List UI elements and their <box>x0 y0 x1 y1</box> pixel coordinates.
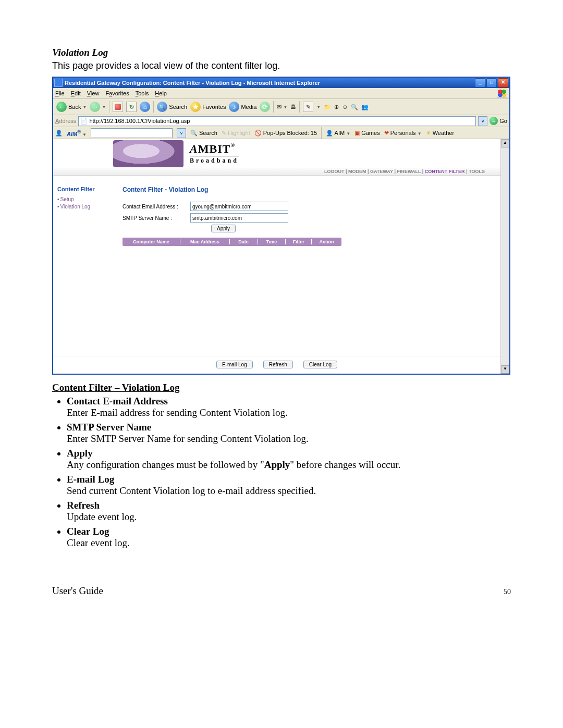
heart-icon: ❤ <box>384 130 389 136</box>
sidenav-violation-log[interactable]: Violation Log <box>57 204 117 209</box>
mail-button[interactable]: ✉▼ <box>277 104 287 110</box>
aim-weather[interactable]: ☀ Weather <box>426 130 454 137</box>
brand-logo: AMBIT® Broadband <box>190 142 239 165</box>
nav-tools[interactable]: TOOLS <box>469 169 485 174</box>
stop-button[interactable] <box>113 102 123 112</box>
smtp-input[interactable] <box>190 213 288 223</box>
menu-file[interactable]: FFileile <box>55 90 65 96</box>
clear-log-button[interactable]: Clear Log <box>303 361 337 368</box>
aim-games[interactable]: ▣ Games <box>354 130 380 137</box>
history-button[interactable]: ⟳ <box>260 102 270 112</box>
nav-gateway[interactable]: GATEWAY <box>370 169 393 174</box>
toolbar-extra-2[interactable]: ☺ <box>342 104 348 110</box>
globe-icon: ⊕ <box>334 104 339 110</box>
menu-edit[interactable]: Edit <box>71 90 81 96</box>
main-panel: Content Filter - Violation Log Contact E… <box>117 176 500 356</box>
vertical-scrollbar[interactable]: ▲ ▼ <box>500 139 509 374</box>
doc-item-list: Contact E-mail Address Enter E-mail addr… <box>54 396 511 549</box>
discuss-button[interactable]: 📁 <box>324 104 331 110</box>
home-icon: ⌂ <box>140 102 150 112</box>
print-icon: 🖶 <box>290 104 296 110</box>
forward-button[interactable]: → ▼ <box>90 102 106 112</box>
close-button[interactable]: ✕ <box>498 78 508 88</box>
smtp-label: SMTP Server Name : <box>123 215 190 221</box>
toolbar-extra-4[interactable]: 👥 <box>361 104 369 110</box>
sun-icon: ☀ <box>426 130 431 136</box>
aim-logo[interactable]: AIM® ▼ <box>67 129 87 137</box>
footer-page-number: 50 <box>504 588 511 596</box>
minimize-button[interactable]: _ <box>475 78 485 88</box>
menu-favorites[interactable]: Favorites <box>105 90 129 96</box>
email-log-button[interactable]: E-mail Log <box>216 361 253 368</box>
aim-highlight-button[interactable]: ✎ Highlight <box>222 130 250 137</box>
menu-view[interactable]: View <box>87 90 100 96</box>
toolbar-extra-3[interactable]: 🔍 <box>351 104 358 110</box>
browser-window: Residential Gateway Configuration: Conte… <box>52 77 510 375</box>
window-title: Residential Gateway Configuration: Conte… <box>65 80 320 86</box>
maximize-button[interactable]: □ <box>486 78 497 88</box>
address-url: http://192.168.100.1/CfViolationLog.asp <box>89 118 190 124</box>
menu-bar: FFileile Edit View Favorites Tools Help <box>53 88 509 99</box>
toolbar: ← Back ▼ → ▼ ↻ ⌂ 🔍Search ★Favorites ♪Med… <box>53 99 509 115</box>
brand-header: AMBIT® Broadband <box>53 139 500 168</box>
scroll-up-icon[interactable]: ▲ <box>501 139 509 147</box>
aim-search-dropdown[interactable]: v <box>177 128 186 138</box>
doc-item-smtp: SMTP Server Name Enter SMTP Server Name … <box>67 422 511 445</box>
toolbar-extra-1[interactable]: ⊕ <box>334 104 339 110</box>
stop-icon <box>115 104 121 110</box>
doc-item-emaillog: E-mail Log Send current Content Violatio… <box>67 474 511 497</box>
back-button[interactable]: ← Back ▼ <box>56 102 87 112</box>
aim-menu[interactable]: 👤 AIM ▼ <box>326 130 350 137</box>
refresh-button[interactable]: ↻ <box>126 102 137 112</box>
refresh-button-panel[interactable]: Refresh <box>263 361 293 368</box>
address-dropdown[interactable]: v <box>478 116 487 126</box>
nav-content-filter[interactable]: CONTENT FILTER <box>425 169 465 174</box>
nav-firewall[interactable]: FIREWALL <box>397 169 421 174</box>
search-button[interactable]: 🔍Search <box>157 102 187 112</box>
doc-item-contact: Contact E-mail Address Enter E-mail addr… <box>67 396 511 418</box>
apply-button[interactable]: Apply <box>211 225 236 232</box>
history-icon: ⟳ <box>260 102 270 112</box>
favorites-button[interactable]: ★Favorites <box>190 102 226 112</box>
sidenav-header: Content Filter <box>57 186 117 192</box>
nav-logout[interactable]: LOGOUT <box>324 169 345 174</box>
folder-icon: 📁 <box>324 104 331 110</box>
person-icon: ☺ <box>342 104 348 110</box>
ie-icon <box>54 79 63 87</box>
aim-search-button[interactable]: 🔍 Search <box>190 130 217 137</box>
col-time: Time <box>258 239 286 244</box>
print-button[interactable]: 🖶 <box>290 104 296 110</box>
col-mac-address: Mac Address <box>180 239 230 244</box>
col-filter: Filter <box>286 239 312 244</box>
aim-popups-button[interactable]: 🚫 Pop-Ups Blocked: 15 <box>254 130 317 137</box>
email-label: Contact Email Address : <box>123 204 190 209</box>
side-nav: Content Filter Setup Violation Log <box>53 176 117 356</box>
magnify-icon: 🔍 <box>351 104 358 110</box>
go-button[interactable]: → Go <box>489 117 507 125</box>
home-button[interactable]: ⌂ <box>140 102 150 112</box>
address-label: Address <box>55 118 76 124</box>
section-intro: This page provides a local view of the c… <box>52 60 511 71</box>
aim-toolbar: 👤 AIM® ▼ v 🔍 Search ✎ Highlight 🚫 Pop-Up… <box>53 127 509 139</box>
col-date: Date <box>230 239 258 244</box>
nav-modem[interactable]: MODEM <box>348 169 366 174</box>
address-bar: Address 📄 http://192.168.100.1/CfViolati… <box>53 115 509 127</box>
doc-item-refresh: Refresh Update event log. <box>67 500 511 523</box>
aim-search-input[interactable] <box>91 128 173 138</box>
menu-tools[interactable]: Tools <box>136 90 149 96</box>
star-icon: ★ <box>190 102 201 112</box>
scroll-down-icon[interactable]: ▼ <box>501 365 509 374</box>
go-icon: → <box>489 117 498 125</box>
block-icon: 🚫 <box>254 130 262 136</box>
refresh-icon: ↻ <box>129 104 134 110</box>
log-table-header: Computer Name Mac Address Date Time Filt… <box>123 238 341 246</box>
address-input[interactable]: 📄 http://192.168.100.1/CfViolationLog.as… <box>78 116 476 126</box>
sidenav-setup[interactable]: Setup <box>57 196 117 202</box>
menu-help[interactable]: Help <box>155 90 167 96</box>
edit-button[interactable]: ✎ <box>303 102 313 112</box>
top-nav: LOGOUT | MODEM | GATEWAY | FIREWALL | CO… <box>53 168 500 176</box>
search-icon: 🔍 <box>157 102 167 112</box>
email-input[interactable] <box>190 202 288 211</box>
media-button[interactable]: ♪Media <box>229 102 256 112</box>
aim-personals[interactable]: ❤ Personals ▼ <box>384 130 422 137</box>
